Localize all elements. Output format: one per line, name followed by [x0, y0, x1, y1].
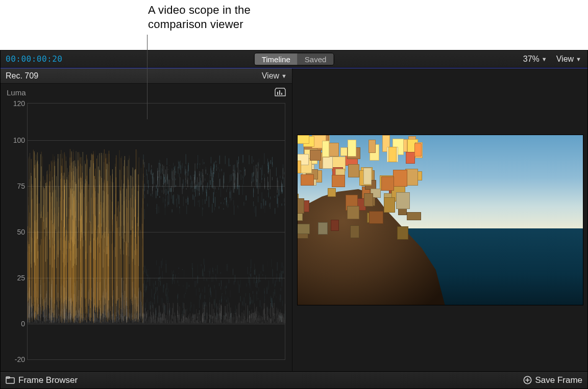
callout-line [147, 35, 148, 119]
viewer-bottom-bar: Frame Browser Save Frame [1, 371, 587, 388]
svg-rect-1 [279, 90, 280, 95]
scope-title-row: Luma [1, 84, 292, 98]
tick-label: 100 [7, 136, 25, 144]
scope-header: Rec. 709 View ▼ [1, 68, 292, 84]
segment-saved[interactable]: Saved [298, 53, 334, 65]
timecode-display: 00:00:00:20 [6, 54, 62, 64]
chevron-down-icon: ▼ [281, 73, 287, 79]
frame-browser-label: Frame Browser [18, 375, 78, 385]
annotation-text: A video scope in the comparison viewer [148, 3, 251, 31]
body-split: Rec. 709 View ▼ Luma [1, 68, 587, 371]
chevron-down-icon: ▼ [542, 56, 547, 62]
scope-view-label: View [262, 71, 279, 81]
tick-label: -20 [7, 355, 25, 364]
preview-panel [292, 68, 587, 371]
frame-browser-icon [6, 376, 15, 384]
segment-timeline[interactable]: Timeline [255, 53, 298, 65]
tick-label: 75 [7, 182, 25, 190]
view-label: View [556, 55, 574, 64]
tick-label: 50 [7, 228, 25, 236]
tick-label: 25 [7, 274, 25, 282]
tick-label: 120 [7, 99, 25, 108]
tick-label: 0 [7, 320, 25, 328]
chevron-down-icon: ▼ [576, 56, 581, 62]
scope-canvas-wrap: 120 100 75 50 25 0 -20 [7, 103, 285, 365]
color-space-label: Rec. 709 [6, 71, 38, 81]
save-frame-button[interactable]: Save Frame [523, 375, 582, 385]
scope-name: Luma [7, 88, 26, 97]
plus-circle-icon [523, 376, 532, 384]
viewer-pane: 00:00:00:20 Timeline Saved 37% ▼ View ▼ … [0, 50, 588, 389]
waveform-traces [27, 103, 285, 360]
svg-rect-0 [277, 92, 278, 95]
view-menu[interactable]: View ▼ [556, 55, 581, 64]
svg-rect-2 [281, 93, 282, 95]
comparison-mode-segmented-control[interactable]: Timeline Saved [254, 53, 334, 65]
zoom-dropdown[interactable]: 37% ▼ [523, 55, 547, 64]
zoom-value: 37% [523, 55, 540, 64]
video-preview[interactable] [297, 135, 583, 305]
scope-view-menu[interactable]: View ▼ [262, 71, 287, 81]
scope-panel: Rec. 709 View ▼ Luma [1, 68, 292, 371]
scopes-icon[interactable] [275, 88, 286, 97]
save-frame-label: Save Frame [535, 375, 582, 385]
frame-browser-button[interactable]: Frame Browser [6, 375, 78, 385]
annotation-area: A video scope in the comparison viewer [0, 0, 588, 50]
preview-buildings [297, 135, 447, 242]
viewer-top-bar: 00:00:00:20 Timeline Saved 37% ▼ View ▼ [1, 50, 587, 68]
